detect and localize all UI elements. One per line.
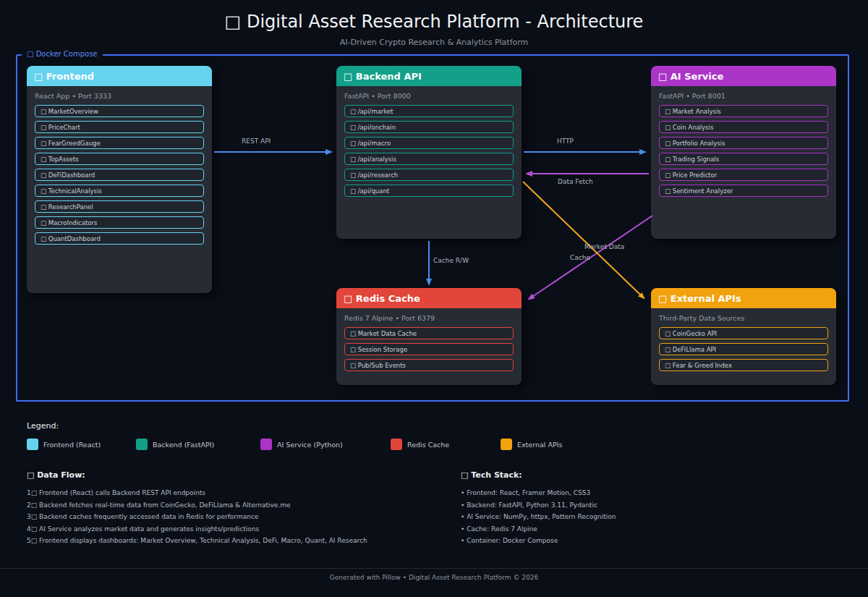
service-title-ai-service: □ AI Service — [651, 66, 836, 86]
service-item: □ QuantDashboard — [35, 232, 204, 245]
legend-label: External APIs — [517, 441, 562, 449]
service-box-redis-cache: □ Redis Cache Redis 7 Alpine • Port 6379… — [336, 288, 522, 385]
legend-label: Redis Cache — [407, 441, 449, 449]
footer-divider — [0, 568, 868, 569]
service-box-frontend: □ Frontend React App • Port 3333 □ Marke… — [27, 66, 212, 293]
data-flow-step: 1□ Frontend (React) calls Backend REST A… — [27, 487, 446, 499]
legend-item-frontend: Frontend (React) — [27, 439, 101, 450]
data-flow-step: 3□ Backend caches frequently accessed da… — [27, 511, 446, 523]
service-item: □ /api/onchain — [344, 121, 514, 133]
legend-swatch-frontend — [27, 439, 38, 450]
arrow-label-rest-api: REST API — [242, 137, 271, 145]
service-item: □ TopAssets — [35, 153, 204, 165]
arrow-label-cache-rw: Cache R/W — [433, 257, 469, 264]
service-item: □ FearGreedGauge — [35, 137, 204, 149]
service-item: □ Pub/Sub Events — [344, 359, 514, 371]
service-title-frontend: □ Frontend — [27, 66, 212, 86]
service-subtitle-frontend: React App • Port 3333 — [27, 86, 212, 105]
tech-stack-item: • Frontend: React, Framer Motion, CSS3 — [461, 487, 868, 499]
service-item: □ PriceChart — [35, 121, 204, 133]
service-box-external-apis: □ External APIs Third-Party Data Sources… — [651, 288, 836, 385]
service-item: □ /api/analysis — [344, 153, 514, 165]
service-item: □ Coin Analysis — [659, 121, 828, 133]
arrow-label-data-fetch: Data Fetch — [558, 178, 593, 185]
legend-heading: Legend: — [27, 421, 59, 431]
service-item: □ MacroIndicators — [35, 216, 204, 229]
service-item: □ Fear & Greed Index — [659, 359, 828, 371]
service-box-backend-api: □ Backend API FastAPI • Port 8000 □ /api… — [336, 66, 522, 239]
service-items-backend-api: □ /api/market □ /api/onchain □ /api/macr… — [336, 105, 522, 197]
data-flow-section: □ Data Flow: 1□ Frontend (React) calls B… — [27, 470, 446, 547]
tech-stack-item: • Cache: Redis 7 Alpine — [461, 523, 868, 535]
legend-item-external: External APIs — [501, 439, 562, 450]
data-flow-heading: □ Data Flow: — [27, 470, 446, 480]
legend-label: AI Service (Python) — [277, 441, 343, 449]
service-item: □ Market Analysis — [659, 105, 828, 117]
service-item: □ DeFiDashboard — [35, 169, 204, 181]
tech-stack-heading: □ Tech Stack: — [461, 470, 868, 480]
service-items-redis-cache: □ Market Data Cache □ Session Storage □ … — [336, 327, 522, 371]
legend-swatch-ai — [260, 439, 272, 450]
tech-stack-item: • Container: Docker Compose — [461, 535, 868, 547]
service-items-frontend: □ MarketOverview □ PriceChart □ FearGree… — [27, 105, 212, 245]
service-item: □ /api/research — [344, 169, 514, 181]
service-subtitle-backend-api: FastAPI • Port 8000 — [336, 86, 522, 105]
architecture-diagram: □ Digital Asset Research Platform - Arch… — [0, 0, 868, 597]
service-item: □ CoinGecko API — [659, 327, 828, 339]
page-subtitle: AI-Driven Crypto Research & Analytics Pl… — [0, 38, 868, 47]
service-items-ai-service: □ Market Analysis □ Coin Analysis □ Port… — [651, 105, 836, 197]
legend-item-backend: Backend (FastAPI) — [136, 439, 214, 450]
service-item: □ Price Predictor — [659, 169, 828, 181]
service-item: □ /api/quant — [344, 185, 514, 197]
service-items-external-apis: □ CoinGecko API □ DeFiLlama API □ Fear &… — [651, 327, 836, 371]
arrow-label-http: HTTP — [557, 137, 574, 145]
arrow-label-market-data: Market Data — [584, 243, 624, 250]
legend-swatch-backend — [136, 439, 148, 450]
tech-stack-item: • Backend: FastAPI, Python 3.11, Pydanti… — [461, 499, 868, 512]
data-flow-step: 4□ AI Service analyzes market data and g… — [27, 523, 446, 535]
data-flow-step: 2□ Backend fetches real-time data from C… — [27, 499, 446, 512]
service-item: □ DeFiLlama API — [659, 343, 828, 355]
service-box-ai-service: □ AI Service FastAPI • Port 8001 □ Marke… — [651, 66, 836, 239]
service-item: □ Sentiment Analyzer — [659, 185, 828, 197]
service-item: □ TechnicalAnalysis — [35, 185, 204, 197]
service-item: □ /api/macro — [344, 137, 514, 149]
service-title-backend-api: □ Backend API — [336, 66, 522, 86]
tech-stack-item: • AI Service: NumPy, httpx, Pattern Reco… — [461, 511, 868, 523]
page-title: □ Digital Asset Research Platform - Arch… — [0, 12, 868, 32]
service-item: □ Market Data Cache — [344, 327, 514, 339]
legend-label: Backend (FastAPI) — [153, 441, 214, 449]
service-item: □ MarketOverview — [35, 105, 204, 117]
legend-swatch-external — [501, 439, 512, 450]
tech-stack-section: □ Tech Stack: • Frontend: React, Framer … — [461, 470, 868, 547]
data-flow-step: 5□ Frontend displays dashboards: Market … — [27, 535, 446, 547]
service-subtitle-ai-service: FastAPI • Port 8001 — [651, 86, 836, 105]
service-subtitle-redis-cache: Redis 7 Alpine • Port 6379 — [336, 308, 522, 327]
page-footer: Generated with Pillow • Digital Asset Re… — [0, 574, 868, 581]
service-item: □ Trading Signals — [659, 153, 828, 165]
docker-compose-label: □ Docker Compose — [22, 50, 103, 58]
legend-item-redis: Redis Cache — [391, 439, 449, 450]
legend-swatch-redis — [391, 439, 402, 450]
service-item: □ Session Storage — [344, 343, 514, 355]
service-item: □ ResearchPanel — [35, 200, 204, 213]
legend-item-ai: AI Service (Python) — [260, 439, 343, 450]
service-title-external-apis: □ External APIs — [651, 288, 836, 308]
legend-label: Frontend (React) — [43, 441, 101, 449]
arrow-label-cache: Cache — [570, 254, 590, 261]
service-item: □ /api/market — [344, 105, 514, 117]
service-title-redis-cache: □ Redis Cache — [336, 288, 522, 308]
service-subtitle-external-apis: Third-Party Data Sources — [651, 308, 836, 327]
service-item: □ Portfolio Analysis — [659, 137, 828, 149]
